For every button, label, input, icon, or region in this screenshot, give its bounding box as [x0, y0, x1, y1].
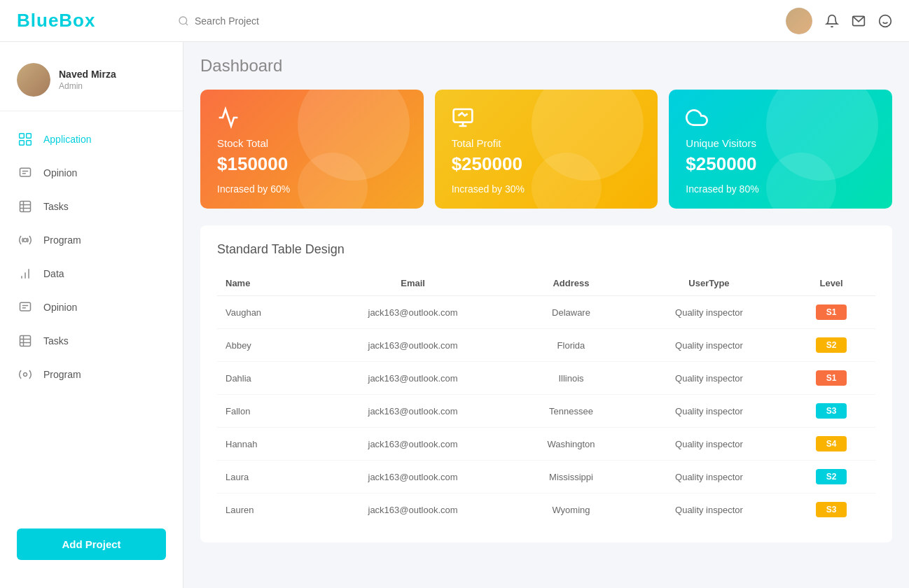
stat-card-profit: Total Profit $250000 Incrased by 30%: [435, 90, 658, 209]
user-avatar: [17, 63, 50, 97]
sidebar-nav: Application Opinion: [0, 111, 183, 528]
col-email: Email: [314, 271, 511, 296]
svg-rect-6: [20, 134, 25, 139]
search-bar: [178, 15, 514, 27]
search-input[interactable]: [195, 15, 514, 27]
main-content: Dashboard Stock Total $150000 Incrased b…: [183, 42, 909, 588]
cell-email: jack163@outlook.com: [314, 493, 511, 526]
sidebar-item-tasks2[interactable]: Tasks: [0, 324, 183, 358]
cell-usertype: Quality inspector: [631, 461, 787, 493]
cell-address: Mississippi: [511, 461, 630, 493]
svg-rect-10: [20, 168, 31, 176]
cell-usertype: Quality inspector: [631, 493, 787, 526]
cell-level: S3: [787, 493, 875, 526]
cell-name: Fallon: [217, 395, 314, 428]
col-address: Address: [511, 271, 630, 296]
table-header-row: Name Email Address UserType Level: [217, 271, 875, 296]
cell-address: Tennessee: [511, 395, 630, 428]
search-icon: [178, 15, 189, 27]
emoji-icon[interactable]: [878, 14, 892, 28]
svg-rect-9: [27, 141, 32, 146]
sidebar-item-opinion1[interactable]: Opinion: [0, 156, 183, 190]
cell-level: S3: [787, 395, 875, 428]
sidebar-item-label-program1: Program: [43, 234, 81, 246]
cell-email: jack163@outlook.com: [314, 296, 511, 329]
sidebar-item-label-opinion1: Opinion: [43, 167, 77, 178]
stat-cards: Stock Total $150000 Incrased by 60% Tota…: [200, 90, 892, 209]
cell-name: Dahlia: [217, 362, 314, 395]
cell-usertype: Quality inspector: [631, 362, 787, 395]
header: BlueBox: [0, 0, 909, 42]
sidebar-item-program2[interactable]: Program: [0, 358, 183, 391]
cell-level: S2: [787, 329, 875, 362]
cell-usertype: Quality inspector: [631, 329, 787, 362]
cell-email: jack163@outlook.com: [314, 362, 511, 395]
svg-point-28: [24, 373, 27, 377]
bell-icon[interactable]: [825, 14, 839, 28]
sidebar-item-opinion2[interactable]: Opinion: [0, 290, 183, 324]
svg-rect-29: [453, 109, 472, 122]
sidebar-item-label-tasks1: Tasks: [43, 201, 69, 212]
data-table: Name Email Address UserType Level Vaugha…: [217, 271, 875, 526]
stat-card-stock: Stock Total $150000 Incrased by 60%: [200, 90, 424, 209]
table-head: Name Email Address UserType Level: [217, 271, 875, 296]
level-badge: S2: [816, 337, 847, 353]
level-badge: S1: [816, 304, 847, 320]
cell-email: jack163@outlook.com: [314, 329, 511, 362]
add-project-button[interactable]: Add Project: [17, 528, 166, 560]
table-row: Abbey jack163@outlook.com Florida Qualit…: [217, 329, 875, 362]
sidebar-item-label-data: Data: [43, 268, 64, 279]
svg-rect-13: [20, 202, 31, 212]
cell-usertype: Quality inspector: [631, 428, 787, 461]
level-badge: S4: [816, 436, 847, 451]
svg-rect-7: [27, 134, 32, 139]
table-row: Fallon jack163@outlook.com Tennessee Qua…: [217, 395, 875, 428]
tasks2-icon: [17, 332, 34, 349]
cell-level: S2: [787, 461, 875, 493]
level-badge: S1: [816, 370, 847, 386]
svg-point-0: [179, 17, 187, 24]
sidebar-item-label-program2: Program: [43, 369, 81, 380]
cell-address: Delaware: [511, 296, 630, 329]
opinion2-icon: [17, 299, 34, 316]
cell-address: Washington: [511, 428, 630, 461]
table-row: Vaughan jack163@outlook.com Delaware Qua…: [217, 296, 875, 329]
cell-usertype: Quality inspector: [631, 395, 787, 428]
cell-name: Lauren: [217, 493, 314, 526]
sidebar-item-tasks1[interactable]: Tasks: [0, 190, 183, 223]
cell-address: Illinois: [511, 362, 630, 395]
avatar: [786, 8, 812, 34]
cell-email: jack163@outlook.com: [314, 461, 511, 493]
application-icon: [17, 131, 34, 148]
cell-usertype: Quality inspector: [631, 296, 787, 329]
cell-name: Laura: [217, 461, 314, 493]
table-row: Dahlia jack163@outlook.com Illinois Qual…: [217, 362, 875, 395]
level-badge: S3: [816, 403, 847, 419]
sidebar-item-label-tasks2: Tasks: [43, 335, 69, 346]
program1-icon: [17, 232, 34, 248]
sidebar-item-data[interactable]: Data: [0, 257, 183, 290]
user-name: Naved Mirza: [59, 69, 116, 80]
sidebar-item-program1[interactable]: Program: [0, 223, 183, 257]
mail-icon[interactable]: [852, 14, 866, 28]
tasks1-icon: [17, 198, 34, 215]
sidebar-item-label-opinion2: Opinion: [43, 302, 77, 313]
col-usertype: UserType: [631, 271, 787, 296]
sidebar: Naved Mirza Admin Application: [0, 42, 183, 588]
svg-rect-8: [20, 141, 25, 146]
cell-email: jack163@outlook.com: [314, 395, 511, 428]
col-name: Name: [217, 271, 314, 296]
cell-name: Vaughan: [217, 296, 314, 329]
opinion1-icon: [17, 164, 34, 181]
svg-line-1: [186, 23, 188, 25]
user-role: Admin: [59, 81, 116, 91]
cell-level: S1: [787, 296, 875, 329]
table-title: Standard Table Design: [217, 242, 875, 257]
cell-name: Abbey: [217, 329, 314, 362]
table-row: Laura jack163@outlook.com Mississippi Qu…: [217, 461, 875, 493]
data-icon: [17, 265, 34, 282]
level-badge: S2: [816, 469, 847, 484]
logo: BlueBox: [17, 10, 157, 31]
stat-card-visitors: Unique Visitors $250000 Incrased by 80%: [669, 90, 892, 209]
sidebar-item-application[interactable]: Application: [0, 122, 183, 156]
